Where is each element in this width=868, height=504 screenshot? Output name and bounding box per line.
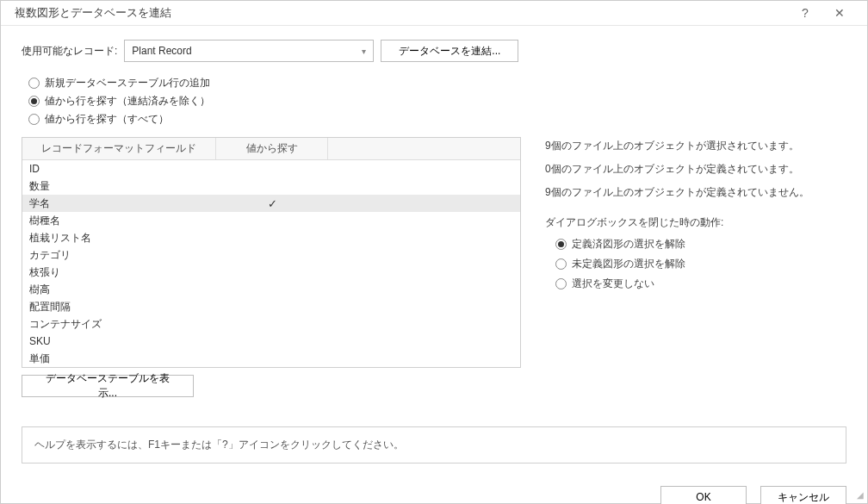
status-defined: 0個のファイル上のオブジェクトが定義されています。 — [545, 162, 846, 177]
cell-field: SKU — [22, 335, 216, 347]
close-action-label: 選択を変更しない — [572, 277, 654, 291]
close-action-option[interactable]: 未定義図形の選択を解除 — [555, 257, 846, 271]
insert-mode-option[interactable]: 値から行を探す（連結済みを除く） — [28, 94, 846, 109]
th-find[interactable]: 値から探す — [216, 138, 328, 159]
check-icon: ✓ — [268, 197, 277, 210]
cell-field: 枝張り — [22, 265, 216, 280]
cell-field: カテゴリ — [22, 248, 216, 263]
close-action-label: 定義済図形の選択を解除 — [572, 237, 685, 252]
cell-find: ✓ — [216, 197, 328, 210]
close-action-option[interactable]: 選択を変更しない — [555, 277, 846, 291]
cell-field: コンテナサイズ — [22, 317, 216, 332]
cell-field: 単価 — [22, 352, 216, 366]
table-row[interactable]: ID — [22, 160, 520, 177]
dialog-window: 複数図形とデータベースを連結 ? ✕ 使用可能なレコード: Plant Reco… — [0, 0, 868, 504]
table-header: レコードフォーマットフィールド 値から探す — [22, 138, 520, 160]
table-row[interactable]: 配置間隔 — [22, 298, 520, 315]
cell-field: 植栽リスト名 — [22, 231, 216, 246]
table-body: ID数量学名✓樹種名植栽リスト名カテゴリ枝張り樹高配置間隔コンテナサイズSKU単… — [22, 160, 520, 367]
cell-field: 樹高 — [22, 283, 216, 297]
close-action-radios: 定義済図形の選択を解除未定義図形の選択を解除選択を変更しない — [555, 237, 846, 291]
cell-field: 配置間隔 — [22, 300, 216, 314]
table-row[interactable]: SKU — [22, 333, 520, 350]
field-table-wrap: レコードフォーマットフィールド 値から探す ID数量学名✓樹種名植栽リスト名カテ… — [22, 137, 521, 397]
ok-button[interactable]: OK — [660, 486, 747, 504]
insert-mode-label: 値から行を探す（すべて） — [45, 112, 169, 127]
table-row[interactable]: コンテナサイズ — [22, 315, 520, 333]
insert-mode-label: 値から行を探す（連結済みを除く） — [45, 94, 210, 109]
field-table: レコードフォーマットフィールド 値から探す ID数量学名✓樹種名植栽リスト名カテ… — [22, 137, 521, 368]
resize-grip-icon[interactable]: ◢ — [853, 489, 864, 500]
radio-icon — [28, 78, 40, 89]
dialog-content: 使用可能なレコード: Plant Record ▾ データベースを連結... 新… — [1, 26, 867, 474]
close-action-caption: ダイアログボックスを閉じた時の動作: — [545, 215, 846, 230]
th-field[interactable]: レコードフォーマットフィールド — [22, 138, 216, 159]
insert-mode-option[interactable]: 値から行を探す（すべて） — [28, 112, 846, 127]
status-panel: 9個のファイル上のオブジェクトが選択されています。 0個のファイル上のオブジェク… — [545, 137, 846, 291]
table-row[interactable]: 学名✓ — [22, 195, 520, 212]
cell-field: 樹種名 — [22, 214, 216, 228]
radio-icon — [555, 258, 567, 270]
help-icon[interactable]: ? — [788, 1, 822, 25]
insert-mode-label: 新規データベーステーブル行の追加 — [45, 76, 210, 90]
radio-icon — [555, 239, 567, 250]
radio-icon — [555, 278, 567, 289]
chevron-down-icon: ▾ — [362, 47, 366, 56]
cell-field: 学名 — [22, 196, 216, 211]
status-selected: 9個のファイル上のオブジェクトが選択されています。 — [545, 139, 846, 153]
table-row[interactable]: 単価 — [22, 350, 520, 367]
table-row[interactable]: 数量 — [22, 177, 520, 195]
connect-database-button[interactable]: データベースを連結... — [381, 40, 518, 62]
record-select[interactable]: Plant Record ▾ — [124, 40, 374, 62]
dialog-title: 複数図形とデータベースを連結 — [15, 5, 788, 21]
radio-icon — [28, 96, 40, 107]
close-icon[interactable]: ✕ — [822, 1, 857, 25]
middle-section: レコードフォーマットフィールド 値から探す ID数量学名✓樹種名植栽リスト名カテ… — [22, 137, 846, 397]
th-rest — [328, 138, 520, 159]
cancel-button[interactable]: キャンセル — [760, 486, 846, 504]
table-row[interactable]: 枝張り — [22, 264, 520, 281]
table-row[interactable]: 樹種名 — [22, 212, 520, 229]
table-row[interactable]: 樹高 — [22, 281, 520, 298]
record-select-value: Plant Record — [132, 45, 191, 57]
table-row[interactable]: 植栽リスト名 — [22, 229, 520, 246]
available-records-label: 使用可能なレコード: — [22, 44, 117, 59]
radio-icon — [28, 114, 40, 125]
table-row[interactable]: カテゴリ — [22, 246, 520, 264]
show-db-table-button[interactable]: データベーステーブルを表示... — [22, 375, 194, 397]
close-action-label: 未定義図形の選択を解除 — [572, 257, 685, 271]
cell-field: ID — [22, 163, 216, 175]
status-undefined: 9個のファイル上のオブジェクトが定義されていません。 — [545, 185, 846, 200]
available-records-row: 使用可能なレコード: Plant Record ▾ データベースを連結... — [22, 40, 846, 62]
titlebar: 複数図形とデータベースを連結 ? ✕ — [1, 1, 867, 26]
insert-mode-option[interactable]: 新規データベーステーブル行の追加 — [28, 76, 846, 90]
insert-mode-radios: 新規データベーステーブル行の追加値から行を探す（連結済みを除く）値から行を探す（… — [28, 76, 846, 127]
help-hint: ヘルプを表示するには、F1キーまたは「?」アイコンをクリックしてください。 — [22, 426, 846, 464]
dialog-footer: OK キャンセル — [1, 474, 867, 504]
close-action-option[interactable]: 定義済図形の選択を解除 — [555, 237, 846, 252]
cell-field: 数量 — [22, 179, 216, 194]
